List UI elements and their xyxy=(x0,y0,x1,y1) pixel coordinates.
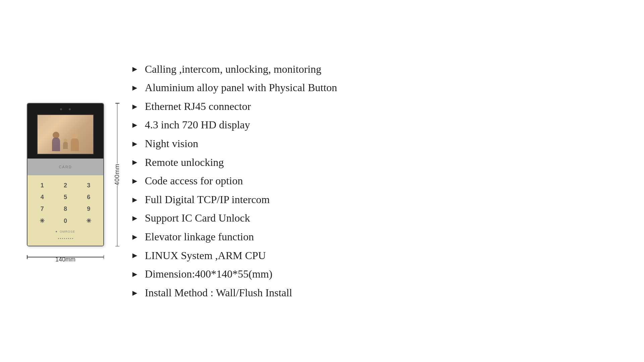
height-dimension-text: 400mm xyxy=(114,164,121,185)
person-body-2 xyxy=(63,142,68,149)
main-container: CARD 1 2 3 4 5 6 7 8 9 ✳ 0 xyxy=(0,0,644,362)
feature-text-11: Dimension:400*140*55(mm) xyxy=(145,267,272,281)
feature-item: ►Dimension:400*140*55(mm) xyxy=(131,266,617,283)
bullet-arrow-icon: ► xyxy=(131,233,139,241)
bullet-arrow-icon: ► xyxy=(131,65,139,73)
speaker-dot-row xyxy=(58,238,73,239)
key-9: 9 xyxy=(79,205,98,213)
key-hash: ✳ xyxy=(79,217,98,225)
camera-dot-2 xyxy=(69,108,71,110)
key-star: ✳ xyxy=(33,217,51,225)
person-body-3 xyxy=(71,138,79,151)
feature-text-9: Elevator linkage function xyxy=(145,230,254,244)
feature-text-1: Aluminium alloy panel with Physical Butt… xyxy=(145,81,337,95)
feature-text-4: Night vision xyxy=(145,137,198,151)
height-dimension-line: 400mm xyxy=(114,103,121,246)
key-1: 1 xyxy=(33,182,51,189)
person-body-1 xyxy=(52,138,60,151)
feature-item: ►Calling ,intercom, unlocking, monitorin… xyxy=(131,61,617,78)
feature-text-10: LINUX System ,ARM CPU xyxy=(145,249,266,263)
bullet-arrow-icon: ► xyxy=(131,251,139,259)
bullet-arrow-icon: ► xyxy=(131,158,139,166)
key-7: 7 xyxy=(33,205,51,213)
bullet-arrow-icon: ► xyxy=(131,196,139,204)
features-section: ►Calling ,intercom, unlocking, monitorin… xyxy=(131,61,617,301)
speaker-grille xyxy=(58,238,73,239)
card-label: CARD xyxy=(59,165,72,169)
key-4: 4 xyxy=(33,194,51,201)
brand-text: OMROSE xyxy=(60,230,75,233)
feature-item: ►Aluminium alloy panel with Physical But… xyxy=(131,79,617,96)
device-top xyxy=(28,104,103,159)
person-3 xyxy=(71,132,79,151)
key-2: 2 xyxy=(56,182,74,189)
person-1 xyxy=(52,132,60,151)
sp-3 xyxy=(62,238,63,239)
feature-text-7: Full Digital TCP/IP intercom xyxy=(145,193,270,207)
feature-item: ►Full Digital TCP/IP intercom xyxy=(131,191,617,208)
keypad-grid: 1 2 3 4 5 6 7 8 9 ✳ 0 ✳ xyxy=(33,182,98,225)
feature-item: ►Code access for option xyxy=(131,173,617,189)
key-0: 0 xyxy=(56,217,74,225)
brand-dot xyxy=(56,231,57,232)
device-keypad: 1 2 3 4 5 6 7 8 9 ✳ 0 ✳ xyxy=(28,175,103,246)
feature-text-8: Support IC Card Unlock xyxy=(145,211,250,225)
width-cap-right xyxy=(104,255,104,259)
bullet-arrow-icon: ► xyxy=(131,289,139,297)
sp-5 xyxy=(66,238,67,239)
device-section: CARD 1 2 3 4 5 6 7 8 9 ✳ 0 xyxy=(27,103,104,259)
width-dimension-wrapper: 140mm xyxy=(27,250,104,259)
key-5: 5 xyxy=(56,194,74,201)
sp-2 xyxy=(60,238,61,239)
feature-item: ►Ethernet RJ45 connector xyxy=(131,98,617,115)
device-body: CARD 1 2 3 4 5 6 7 8 9 ✳ 0 xyxy=(27,103,104,246)
person-head-1 xyxy=(53,132,59,138)
device-screen xyxy=(37,114,94,155)
sp-4 xyxy=(64,238,65,239)
feature-item: ►Support IC Card Unlock xyxy=(131,210,617,227)
bullet-arrow-icon: ► xyxy=(131,121,139,129)
height-line-bottom xyxy=(117,186,118,246)
camera-dots xyxy=(60,108,71,110)
device-card-area: CARD xyxy=(28,159,103,175)
bullet-arrow-icon: ► xyxy=(131,84,139,92)
feature-item: ►Remote unlocking xyxy=(131,154,617,171)
key-6: 6 xyxy=(79,194,98,201)
bullet-arrow-icon: ► xyxy=(131,103,139,111)
key-8: 8 xyxy=(56,205,74,213)
device-brand-row: OMROSE xyxy=(56,230,75,233)
feature-item: ►LINUX System ,ARM CPU xyxy=(131,247,617,264)
feature-item: ► 4.3 inch 720 HD display xyxy=(131,117,617,133)
sp-7 xyxy=(70,238,71,239)
bullet-arrow-icon: ► xyxy=(131,140,139,148)
height-cap-bottom xyxy=(115,246,119,247)
bullet-arrow-icon: ► xyxy=(131,214,139,222)
sp-6 xyxy=(68,238,69,239)
person-2 xyxy=(63,139,68,149)
feature-item: ►Elevator linkage function xyxy=(131,229,617,245)
height-line-mid: 400mm xyxy=(114,164,121,185)
key-3: 3 xyxy=(79,182,98,189)
feature-text-5: Remote unlocking xyxy=(145,156,224,170)
height-line-top xyxy=(117,104,118,164)
feature-text-2: Ethernet RJ45 connector xyxy=(145,100,251,114)
width-dimension-text: 140mm xyxy=(55,256,75,263)
feature-item: ►Night vision xyxy=(131,135,617,152)
feature-text-3: 4.3 inch 720 HD display xyxy=(145,118,250,132)
feature-text-0: Calling ,intercom, unlocking, monitoring xyxy=(145,62,321,76)
sp-8 xyxy=(72,238,73,239)
camera-dot-1 xyxy=(60,108,62,110)
device-wrapper: CARD 1 2 3 4 5 6 7 8 9 ✳ 0 xyxy=(27,103,104,246)
feature-text-12: Install Method : Wall/Flush Install xyxy=(145,286,292,300)
screen-photo xyxy=(38,115,93,154)
feature-item: ►Install Method : Wall/Flush Install xyxy=(131,285,617,301)
person-head-3 xyxy=(71,132,78,139)
sp-1 xyxy=(58,238,59,239)
bullet-arrow-icon: ► xyxy=(131,177,139,185)
feature-text-6: Code access for option xyxy=(145,174,243,188)
bullet-arrow-icon: ► xyxy=(131,270,139,278)
